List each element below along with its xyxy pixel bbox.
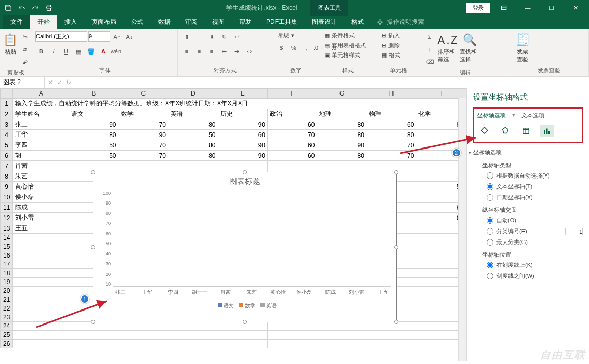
copy-icon[interactable]: ⧉ — [19, 44, 31, 55]
confirm-formula-icon[interactable]: ✓ — [57, 79, 62, 86]
embedded-chart[interactable]: 图表标题 102030405060708090100 张三王华李四胡一一肖茜朱艺… — [93, 172, 397, 322]
cut-icon[interactable]: ✂ — [19, 31, 31, 43]
format-painter-icon[interactable]: 🖌 — [19, 56, 31, 68]
axis-opts-icon[interactable] — [540, 125, 554, 137]
tab-format[interactable]: 格式 — [344, 15, 371, 29]
axis-options-tab[interactable]: 坐标轴选项 — [477, 112, 506, 119]
radio-pos-tick[interactable]: 在刻度线上(K) — [480, 260, 583, 271]
fill-icon[interactable]: ↓ — [424, 44, 436, 55]
conditional-format-button[interactable]: ▦ 条件格式 — [322, 31, 368, 40]
formula-input[interactable] — [74, 77, 589, 88]
ribbon-options-icon[interactable] — [493, 1, 514, 15]
format-axis-pane: 设置坐标轴格式 坐标轴选项▾ 文本选项 坐标轴选项 坐标轴类型 根据数据自动选择… — [467, 88, 589, 361]
maximize-icon[interactable]: ☐ — [541, 1, 562, 15]
orientation-icon[interactable]: ↻ — [218, 31, 230, 43]
cancel-formula-icon[interactable]: ✕ — [48, 79, 53, 86]
title-bar: 学生成绩统计.xlsx - Excel 图表工具 登录 — ☐ ✕ — [0, 0, 589, 16]
svg-line-10 — [400, 138, 476, 153]
bold-button[interactable]: B — [35, 46, 47, 57]
insert-cells-button[interactable]: ⊞ 插入 — [379, 31, 402, 40]
tab-formulas[interactable]: 公式 — [124, 15, 151, 29]
save-icon[interactable] — [2, 2, 15, 14]
increase-font-icon[interactable]: A↑ — [111, 31, 123, 43]
cat-index-input[interactable] — [565, 228, 583, 235]
italic-button[interactable]: I — [48, 46, 59, 57]
radio-text-axis[interactable]: 文本坐标轴(T) — [480, 181, 583, 192]
align-top-icon[interactable]: ⬆ — [181, 31, 192, 43]
align-center-icon[interactable]: ≡ — [193, 46, 205, 57]
fill-line-icon[interactable] — [477, 125, 492, 137]
radio-pos-between[interactable]: 刻度线之间(W) — [480, 271, 583, 281]
indent-inc-icon[interactable]: ⇥ — [231, 46, 242, 57]
fill-color-icon[interactable]: 🪣 — [85, 46, 97, 57]
currency-icon[interactable]: $ — [276, 42, 287, 53]
align-bot-icon[interactable]: ⬇ — [206, 31, 217, 43]
comma-icon[interactable]: , — [300, 42, 312, 53]
name-box[interactable]: 图表 2 — [0, 77, 45, 88]
chart-legend[interactable]: 语文数学英语 — [93, 296, 396, 309]
align-right-icon[interactable]: ≡ — [206, 46, 217, 57]
radio-date-axis[interactable]: 日期坐标轴(X) — [480, 192, 583, 203]
tab-insert[interactable]: 插入 — [57, 15, 84, 29]
number-format-select[interactable]: 常规 ▾ — [276, 31, 296, 40]
contextual-tab-label: 图表工具 — [310, 0, 348, 16]
format-cells-button[interactable]: ▦ 格式 — [379, 51, 402, 60]
find-select-button[interactable]: 🔍 查找和选择 — [460, 31, 479, 63]
radio-cross-cat[interactable]: 分类编号(E) — [480, 226, 583, 237]
axis-pos-label: 坐标轴位置 — [480, 248, 583, 260]
tab-review[interactable]: 审阅 — [178, 15, 205, 29]
text-options-tab[interactable]: 文本选项 — [521, 112, 544, 119]
group-cells: 单元格 — [379, 65, 417, 76]
radio-cross-auto[interactable]: 自动(O) — [480, 215, 583, 226]
login-button[interactable]: 登录 — [466, 3, 490, 13]
tab-file[interactable]: 文件 — [3, 15, 30, 29]
indent-dec-icon[interactable]: ⇤ — [218, 46, 230, 57]
undo-icon[interactable] — [16, 2, 28, 14]
wrap-text-icon[interactable]: ↩ — [231, 31, 242, 43]
invoice-button[interactable]: 🧾 发票 查验 — [513, 31, 532, 63]
chart-title[interactable]: 图表标题 — [93, 172, 396, 191]
radio-auto-axis[interactable]: 根据数据自动选择(Y) — [480, 170, 583, 181]
cell-styles-button[interactable]: ▣ 单元格样式 — [322, 51, 368, 60]
y-axis[interactable]: 102030405060708090100 — [98, 191, 113, 287]
tab-pdf[interactable]: PDF工具集 — [259, 15, 305, 29]
underline-button[interactable]: U — [60, 46, 72, 57]
format-as-table-button[interactable]: ▤ 套用表格格式 — [322, 41, 368, 50]
search-icon: 🔍 — [463, 33, 477, 47]
tab-home[interactable]: 开始 — [30, 15, 57, 29]
radio-cross-max[interactable]: 最大分类(G) — [480, 237, 583, 248]
minimize-icon[interactable]: — — [517, 1, 538, 15]
align-mid-icon[interactable]: ≡ — [193, 31, 205, 43]
align-left-icon[interactable]: ≡ — [181, 46, 192, 57]
merge-icon[interactable]: ⇔ — [243, 46, 255, 57]
size-props-icon[interactable] — [519, 125, 533, 137]
decrease-font-icon[interactable]: A↓ — [124, 31, 135, 43]
font-size-input[interactable] — [88, 31, 110, 42]
autosum-icon[interactable]: Σ — [424, 31, 436, 43]
tab-page-layout[interactable]: 页面布局 — [84, 15, 124, 29]
effects-icon[interactable] — [498, 125, 513, 137]
tab-help[interactable]: 帮助 — [232, 15, 259, 29]
font-name-input[interactable] — [35, 31, 87, 42]
annotation-arrow-1 — [36, 299, 109, 330]
x-axis[interactable]: 张三王华李四胡一一肖茜朱艺黄心怡侯小磊陈成刘小雷王五 — [93, 287, 396, 296]
sort-filter-button[interactable]: A↓Z 排序和筛选 — [438, 31, 457, 63]
close-icon[interactable]: ✕ — [565, 1, 586, 15]
tell-me-search[interactable]: 操作说明搜索 — [371, 15, 429, 29]
border-icon[interactable]: ▦ — [73, 46, 84, 57]
plot-area[interactable] — [113, 191, 391, 287]
svg-rect-0 — [7, 5, 9, 7]
print-icon[interactable] — [43, 2, 55, 14]
font-color-icon[interactable]: A — [98, 46, 109, 57]
percent-icon[interactable]: % — [288, 42, 299, 53]
redo-icon[interactable] — [29, 2, 42, 14]
clear-icon[interactable]: ⌫ — [424, 56, 436, 68]
fx-icon[interactable]: fx — [67, 78, 71, 86]
paste-button[interactable]: 📋 粘贴 — [3, 31, 17, 56]
tab-data[interactable]: 数据 — [151, 15, 178, 29]
tab-view[interactable]: 视图 — [205, 15, 232, 29]
section-axis-options[interactable]: 坐标轴选项 — [469, 149, 583, 156]
tab-chart-design[interactable]: 图表设计 — [305, 15, 344, 29]
phonetic-icon[interactable]: wén — [110, 46, 122, 57]
delete-cells-button[interactable]: ⊟ 删除 — [379, 41, 402, 50]
